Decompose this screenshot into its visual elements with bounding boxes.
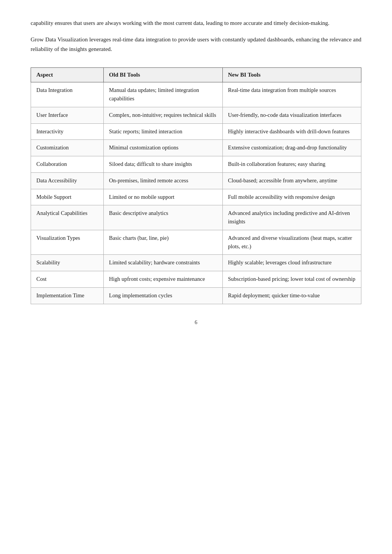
cell-new: Extensive customization; drag-and-drop f… xyxy=(222,140,361,156)
cell-aspect: Visualization Types xyxy=(31,230,104,255)
cell-new: Highly interactive dashboards with drill… xyxy=(222,123,361,140)
table-row: User InterfaceComplex, non-intuitive; re… xyxy=(31,107,361,123)
cell-aspect: Mobile Support xyxy=(31,189,104,205)
cell-aspect: Data Accessibility xyxy=(31,172,104,189)
comparison-table: Aspect Old BI Tools New BI Tools Data In… xyxy=(31,67,361,304)
cell-new: Rapid deployment; quicker time-to-value xyxy=(222,287,361,304)
cell-old: On-premises, limited remote access xyxy=(103,172,222,189)
cell-new: User-friendly, no-code data visualizatio… xyxy=(222,107,361,123)
table-row: Visualization TypesBasic charts (bar, li… xyxy=(31,230,361,255)
cell-aspect: User Interface xyxy=(31,107,104,123)
header-aspect: Aspect xyxy=(31,68,104,82)
table-row: CostHigh upfront costs; expensive mainte… xyxy=(31,271,361,288)
cell-aspect: Data Integration xyxy=(31,82,104,107)
header-new-bi: New BI Tools xyxy=(222,68,361,82)
cell-old: Static reports; limited interaction xyxy=(103,123,222,140)
cell-old: High upfront costs; expensive maintenanc… xyxy=(103,271,222,288)
cell-new: Subscription-based pricing; lower total … xyxy=(222,271,361,288)
cell-old: Manual data updates; limited integration… xyxy=(103,82,222,107)
table-row: Data IntegrationManual data updates; lim… xyxy=(31,82,361,107)
cell-old: Siloed data; difficult to share insights xyxy=(103,156,222,173)
cell-aspect: Customization xyxy=(31,140,104,156)
table-row: Analytical CapabilitiesBasic descriptive… xyxy=(31,205,361,230)
table-row: Mobile SupportLimited or no mobile suppo… xyxy=(31,189,361,205)
cell-old: Limited or no mobile support xyxy=(103,189,222,205)
table-header-row: Aspect Old BI Tools New BI Tools xyxy=(31,68,361,82)
comparison-table-wrapper: Aspect Old BI Tools New BI Tools Data In… xyxy=(31,67,361,304)
intro-paragraph-1: capability ensures that users are always… xyxy=(31,18,361,28)
cell-aspect: Scalability xyxy=(31,255,104,271)
cell-new: Real-time data integration from multiple… xyxy=(222,82,361,107)
cell-aspect: Cost xyxy=(31,271,104,288)
cell-new: Full mobile accessibility with responsiv… xyxy=(222,189,361,205)
table-row: Implementation TimeLong implementation c… xyxy=(31,287,361,304)
cell-old: Minimal customization options xyxy=(103,140,222,156)
cell-new: Advanced analytics including predictive … xyxy=(222,205,361,230)
cell-new: Highly scalable; leverages cloud infrast… xyxy=(222,255,361,271)
cell-old: Limited scalability; hardware constraint… xyxy=(103,255,222,271)
intro-section: capability ensures that users are always… xyxy=(31,18,361,54)
table-row: Data AccessibilityOn-premises, limited r… xyxy=(31,172,361,189)
cell-old: Complex, non-intuitive; requires technic… xyxy=(103,107,222,123)
cell-new: Advanced and diverse visualizations (hea… xyxy=(222,230,361,255)
cell-old: Basic charts (bar, line, pie) xyxy=(103,230,222,255)
intro-paragraph-2: Grow Data Visualization leverages real-t… xyxy=(31,35,361,54)
table-row: CollaborationSiloed data; difficult to s… xyxy=(31,156,361,173)
cell-aspect: Interactivity xyxy=(31,123,104,140)
cell-old: Long implementation cycles xyxy=(103,287,222,304)
table-row: CustomizationMinimal customization optio… xyxy=(31,140,361,156)
table-row: ScalabilityLimited scalability; hardware… xyxy=(31,255,361,271)
cell-aspect: Analytical Capabilities xyxy=(31,205,104,230)
cell-new: Built-in collaboration features; easy sh… xyxy=(222,156,361,173)
header-old-bi: Old BI Tools xyxy=(103,68,222,82)
cell-aspect: Implementation Time xyxy=(31,287,104,304)
cell-old: Basic descriptive analytics xyxy=(103,205,222,230)
page-number: 6 xyxy=(31,320,361,326)
cell-new: Cloud-based; accessible from anywhere, a… xyxy=(222,172,361,189)
table-row: InteractivityStatic reports; limited int… xyxy=(31,123,361,140)
cell-aspect: Collaboration xyxy=(31,156,104,173)
